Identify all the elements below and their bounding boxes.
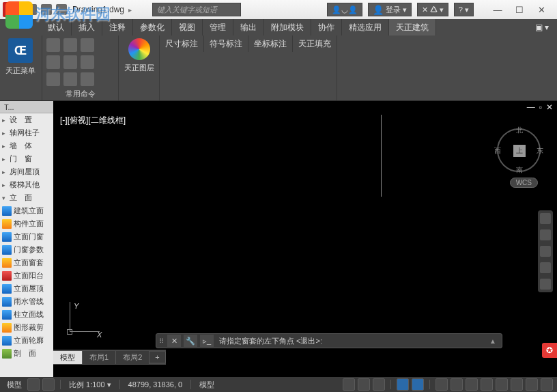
status-scale[interactable]: 比例 1:100 ▾: [66, 380, 114, 390]
status-toggle[interactable]: [397, 378, 409, 391]
nav-pan-icon[interactable]: [540, 229, 551, 240]
palette-item[interactable]: 门窗参数: [0, 243, 53, 256]
status-toggle[interactable]: [373, 378, 385, 391]
status-toggle[interactable]: [358, 378, 370, 391]
status-customize-icon[interactable]: [541, 378, 553, 391]
minimize-button[interactable]: —: [487, 3, 508, 16]
ucs-icon[interactable]: Y X: [63, 302, 104, 343]
nav-zoom-icon[interactable]: [540, 246, 551, 257]
status-model[interactable]: 模型: [4, 380, 25, 390]
menu-output[interactable]: 输出: [233, 19, 264, 36]
tab-add[interactable]: +: [149, 352, 165, 363]
viewport-close-icon[interactable]: ✕: [546, 102, 553, 112]
palette-item[interactable]: 立面轮廓: [0, 334, 53, 347]
palette-item[interactable]: 立面门窗: [0, 230, 53, 243]
notification-badge[interactable]: ✪: [542, 343, 557, 358]
layer-button[interactable]: 天正图层: [123, 38, 156, 73]
drawing-canvas[interactable]: — ▫ ✕ [-][俯视][二维线框] 上 北 南 东 西 WCS Y X: [53, 101, 557, 378]
menu-tangent[interactable]: 天正建筑: [389, 19, 436, 36]
palette-item[interactable]: 立面阳台: [0, 269, 53, 282]
tab-layout1[interactable]: 布局1: [83, 351, 116, 364]
palette-item[interactable]: 立面屋顶: [0, 282, 53, 295]
tool-icon[interactable]: [63, 72, 77, 86]
search-input[interactable]: 键入关键字或短语: [152, 3, 241, 16]
palette-tab[interactable]: T...: [0, 101, 53, 113]
hatch-button[interactable]: 天正填充: [293, 36, 337, 52]
palette-item[interactable]: 立面窗套: [0, 256, 53, 269]
status-toggle[interactable]: [412, 378, 424, 391]
close-button[interactable]: ✕: [531, 3, 552, 16]
menu-addon[interactable]: 附加模块: [264, 19, 311, 36]
viewport-minimize-icon[interactable]: —: [527, 102, 535, 112]
command-line[interactable]: ⠿ ✕ 🔧 ▹_ 请指定窗套的左下角点 <退出>: ▲: [156, 333, 502, 348]
tool-icon[interactable]: [46, 38, 60, 52]
menu-featured[interactable]: 精选应用: [342, 19, 389, 36]
tool-icon[interactable]: [81, 72, 94, 86]
qat-btn[interactable]: [56, 4, 67, 15]
palette-group[interactable]: ▸墙 体: [0, 139, 53, 152]
palette-group[interactable]: ▸楼梯其他: [0, 178, 53, 191]
status-toggle[interactable]: [481, 378, 493, 391]
viewport-restore-icon[interactable]: ▫: [539, 102, 542, 112]
grid-icon[interactable]: [27, 378, 40, 391]
exchange-icon[interactable]: ✕ 🛆 ▾: [417, 3, 448, 16]
menu-default[interactable]: 默认: [41, 19, 72, 36]
close-icon[interactable]: ✕: [167, 335, 181, 347]
nav-orbit-icon[interactable]: [540, 262, 551, 273]
palette-item[interactable]: 剖 面: [0, 347, 53, 360]
tool-icon[interactable]: [81, 38, 94, 52]
menu-collab[interactable]: 协作: [311, 19, 342, 36]
maximize-button[interactable]: ☐: [509, 3, 530, 16]
tool-icon[interactable]: [81, 55, 94, 69]
command-text[interactable]: 请指定窗套的左下角点 <退出>:: [215, 336, 489, 346]
status-toggle[interactable]: [526, 378, 538, 391]
nav-showmotion-icon[interactable]: [540, 279, 551, 290]
login-button[interactable]: 👤登录 ▾: [368, 3, 412, 16]
menu-annotate[interactable]: 注释: [102, 19, 133, 36]
status-toggle[interactable]: [451, 378, 463, 391]
palette-group[interactable]: ▾立 面: [0, 191, 53, 204]
qat-btn[interactable]: [26, 4, 37, 15]
help-icon[interactable]: ? ▾: [454, 3, 474, 16]
status-space[interactable]: 模型: [197, 380, 217, 390]
tab-model[interactable]: 模型: [53, 351, 83, 364]
nav-wheel-icon[interactable]: [540, 213, 551, 224]
menu-view[interactable]: 视图: [172, 19, 203, 36]
dropdown-icon[interactable]: ▸: [128, 6, 132, 14]
status-toggle[interactable]: [343, 378, 355, 391]
dim-symbol-button[interactable]: 符号标注: [204, 36, 248, 52]
menu-parametric[interactable]: 参数化: [133, 19, 172, 36]
search-icon[interactable]: 👤◡👤: [327, 3, 362, 16]
tool-icon[interactable]: [63, 38, 77, 52]
palette-group[interactable]: ▸门 窗: [0, 152, 53, 165]
status-toggle[interactable]: [466, 378, 478, 391]
palette-group[interactable]: ▸房间屋顶: [0, 165, 53, 178]
palette-item[interactable]: 构件立面: [0, 217, 53, 230]
palette-group[interactable]: ▸轴网柱子: [0, 126, 53, 139]
status-toggle[interactable]: [435, 378, 448, 391]
palette-item[interactable]: 建筑立面: [0, 204, 53, 217]
palette-item[interactable]: 图形裁剪: [0, 321, 53, 334]
palette-group[interactable]: ▸设 置: [0, 113, 53, 126]
view-label[interactable]: [-][俯视][二维线框]: [60, 115, 126, 126]
grip-icon[interactable]: ⠿: [156, 337, 166, 345]
tool-icon[interactable]: [46, 55, 60, 69]
dim-size-button[interactable]: 尺寸标注: [160, 36, 204, 52]
menu-insert[interactable]: 插入: [72, 19, 102, 36]
palette-item[interactable]: 雨水管线: [0, 295, 53, 308]
view-cube[interactable]: 上 北 南 东 西: [497, 128, 541, 172]
wcs-badge[interactable]: WCS: [510, 178, 538, 188]
tangent-menu-button[interactable]: Œ 天正菜单: [4, 38, 37, 76]
palette-item[interactable]: 柱立面线: [0, 308, 53, 321]
history-up-icon[interactable]: ▲: [489, 337, 502, 345]
tool-icon[interactable]: [63, 55, 77, 69]
wrench-icon[interactable]: 🔧: [184, 335, 197, 347]
app-icon[interactable]: A: [3, 2, 18, 17]
snap-icon[interactable]: [42, 378, 55, 391]
menu-manage[interactable]: 管理: [203, 19, 233, 36]
dim-coord-button[interactable]: 坐标标注: [248, 36, 293, 52]
qat-btn[interactable]: [41, 4, 52, 15]
status-toggle[interactable]: [511, 378, 523, 391]
menu-overflow-icon[interactable]: ▣ ▾: [535, 23, 549, 32]
tab-layout2[interactable]: 布局2: [116, 351, 149, 364]
